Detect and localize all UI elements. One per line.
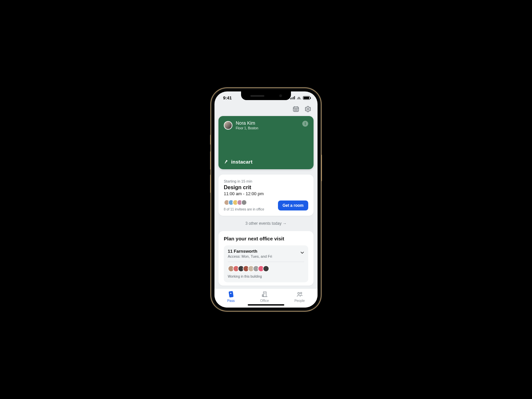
tab-pass[interactable]: Pass xyxy=(227,291,234,303)
plan-heading: Plan your next office visit xyxy=(224,236,308,241)
building-access: Access: Mon, Tues, and Fri xyxy=(228,254,304,258)
notch xyxy=(241,91,291,100)
content: Nora Kim Floor 1, Boston i instacart St xyxy=(214,116,318,306)
stage: 9:41 xyxy=(0,0,532,399)
event-starting-label: Starting in 15 min xyxy=(224,179,308,183)
people-icon xyxy=(296,291,303,298)
building-avatars xyxy=(228,265,304,272)
user-location: Floor 1, Boston xyxy=(236,126,258,130)
mute-switch xyxy=(210,135,211,145)
svg-point-5 xyxy=(296,110,296,111)
svg-rect-10 xyxy=(263,292,266,297)
volume-down-button xyxy=(210,175,211,193)
power-button xyxy=(321,155,322,181)
svg-point-13 xyxy=(300,292,302,294)
svg-point-7 xyxy=(307,108,309,110)
svg-point-2 xyxy=(296,109,296,109)
phone-frame: 9:41 xyxy=(211,88,321,311)
avatar xyxy=(241,200,247,205)
wifi-icon xyxy=(297,96,301,99)
battery-icon xyxy=(303,96,310,100)
pass-header: Nora Kim Floor 1, Boston xyxy=(224,121,308,130)
calendar-icon[interactable] xyxy=(292,105,300,113)
toolbar xyxy=(214,104,318,116)
user-avatar xyxy=(224,121,232,130)
settings-icon[interactable] xyxy=(304,105,312,113)
svg-point-1 xyxy=(295,109,295,109)
event-row: 8 of 11 invitees are in office Get a roo… xyxy=(224,200,308,211)
screen: 9:41 xyxy=(214,91,318,308)
working-label: Working in this building xyxy=(228,275,304,278)
user-text: Nora Kim Floor 1, Boston xyxy=(236,121,258,130)
svg-point-9 xyxy=(230,293,231,294)
event-title: Design crit xyxy=(224,185,308,191)
invitee-avatars xyxy=(224,200,264,205)
user-name: Nora Kim xyxy=(236,121,258,126)
pass-icon xyxy=(227,291,235,298)
event-time: 11:00 am - 12:00 pm xyxy=(224,191,308,196)
office-icon xyxy=(261,291,268,298)
tab-office[interactable]: Office xyxy=(260,291,269,303)
status-time: 9:41 xyxy=(223,95,232,100)
svg-point-11 xyxy=(262,295,263,296)
pass-card[interactable]: Nora Kim Floor 1, Boston i instacart xyxy=(218,116,314,169)
svg-point-4 xyxy=(295,110,295,111)
tab-people[interactable]: People xyxy=(294,291,305,303)
brand-name: instacart xyxy=(231,159,252,165)
cellular-icon xyxy=(290,96,295,99)
carrot-icon xyxy=(224,159,229,165)
event-card[interactable]: Starting in 15 min Design crit 11:00 am … xyxy=(218,175,314,216)
tab-bar: Pass Office People xyxy=(214,288,318,308)
front-camera xyxy=(279,94,282,97)
get-room-button[interactable]: Get a room xyxy=(278,200,308,210)
tab-label: Pass xyxy=(227,299,234,303)
more-events-link[interactable]: 3 other events today → xyxy=(218,221,314,226)
building-name: 11 Farnsworth xyxy=(228,249,304,254)
svg-rect-8 xyxy=(229,291,233,297)
svg-point-12 xyxy=(298,293,300,295)
avatar xyxy=(263,265,269,272)
chevron-down-icon[interactable] xyxy=(300,250,305,257)
volume-up-button xyxy=(210,151,211,170)
svg-point-3 xyxy=(297,109,297,109)
brand-logo: instacart xyxy=(224,159,308,165)
plan-card: Plan your next office visit 11 Farnswort… xyxy=(218,231,314,286)
info-icon[interactable]: i xyxy=(302,121,308,127)
status-indicators xyxy=(290,96,311,100)
divider xyxy=(228,262,304,262)
tab-label: Office xyxy=(260,299,269,303)
building-selector[interactable]: 11 Farnsworth Access: Mon, Tues, and Fri xyxy=(224,245,308,282)
speaker xyxy=(250,95,264,97)
home-indicator[interactable] xyxy=(248,304,284,306)
svg-point-6 xyxy=(297,110,297,111)
tab-label: People xyxy=(294,299,305,303)
invitee-count: 8 of 11 invitees are in office xyxy=(224,207,264,211)
